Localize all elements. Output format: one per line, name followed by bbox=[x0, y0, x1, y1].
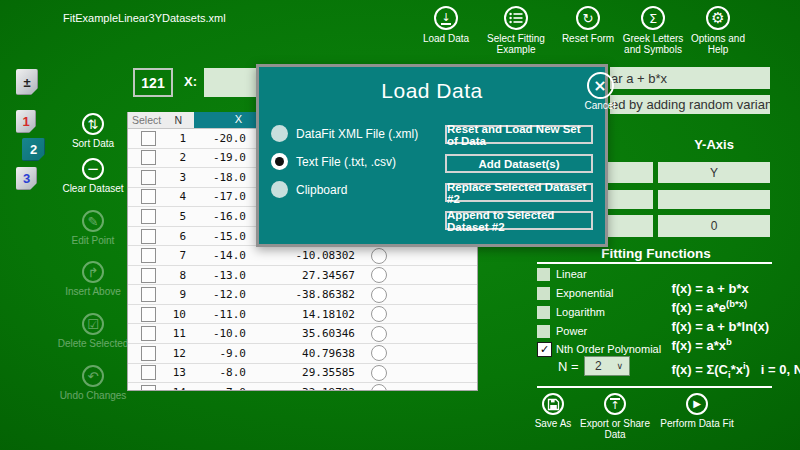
reset-and-load-button[interactable]: Reset and Load New Set of Data bbox=[445, 125, 593, 144]
exponential-label: Exponential bbox=[556, 287, 614, 299]
pencil-icon: ✎ bbox=[82, 210, 104, 232]
sort-data-button[interactable]: ⇅ Sort Data bbox=[51, 113, 135, 149]
add-datasets-button[interactable]: Add Dataset(s) bbox=[445, 154, 593, 173]
row-checkbox[interactable] bbox=[141, 326, 156, 341]
minus-icon: − bbox=[82, 158, 104, 180]
y-axis-name-field[interactable]: Y bbox=[658, 162, 770, 183]
row-checkbox[interactable] bbox=[141, 209, 156, 224]
fit-comment-input[interactable]: ed by adding random variance bbox=[610, 95, 770, 114]
clear-dataset-button[interactable]: − Clear Dataset bbox=[51, 158, 135, 194]
sort-icon: ⇅ bbox=[82, 113, 104, 135]
delete-selected-button[interactable]: ☑ Delete Selected bbox=[51, 313, 135, 349]
row-x-value: -8.0 bbox=[186, 366, 246, 379]
tab-plus-minus[interactable]: ± bbox=[16, 69, 38, 95]
export-icon: ↑ bbox=[604, 393, 626, 415]
row-radio[interactable] bbox=[355, 365, 403, 381]
polynomial-checkbox[interactable]: ✓ bbox=[537, 342, 552, 357]
save-icon bbox=[542, 393, 564, 415]
row-y-value: 29.35585 bbox=[246, 366, 355, 379]
row-checkbox[interactable] bbox=[141, 229, 156, 244]
replace-dataset-button[interactable]: Replace Selected Dataset #2 bbox=[445, 183, 593, 202]
cancel-button[interactable]: × Cancel bbox=[570, 72, 630, 111]
row-n-value: 4 bbox=[156, 190, 186, 203]
table-row[interactable]: 8 -13.0 27.34567 bbox=[128, 266, 477, 286]
radio-selected-icon bbox=[271, 153, 288, 170]
row-x-value: -11.0 bbox=[186, 308, 246, 321]
undo-icon: ↶ bbox=[82, 365, 104, 387]
row-checkbox[interactable] bbox=[141, 307, 156, 322]
row-radio[interactable] bbox=[355, 267, 403, 283]
edit-point-button[interactable]: ✎ Edit Point bbox=[51, 210, 135, 246]
row-x-value: -17.0 bbox=[186, 190, 246, 203]
row-n-value: 12 bbox=[156, 347, 186, 360]
row-radio[interactable] bbox=[355, 248, 403, 264]
row-y-value: 14.18102 bbox=[246, 308, 355, 321]
row-n-value: 9 bbox=[156, 288, 186, 301]
list-icon bbox=[504, 6, 528, 30]
row-radio[interactable] bbox=[355, 326, 403, 342]
divider bbox=[537, 262, 772, 264]
perform-data-fit-button[interactable]: ▶ Perform Data Fit bbox=[653, 393, 741, 429]
row-checkbox[interactable] bbox=[141, 131, 156, 146]
n-order-dropdown[interactable]: 2 ∨ bbox=[584, 356, 630, 376]
play-icon: ▶ bbox=[686, 393, 708, 415]
checkbox-icon: ☑ bbox=[82, 313, 104, 335]
radio-datafit-xml[interactable]: DataFit XML File (.xml) bbox=[271, 125, 418, 142]
exponential-checkbox[interactable] bbox=[537, 287, 550, 300]
x-entry-label: X: bbox=[184, 74, 197, 89]
y-axis-value-field[interactable]: 0 bbox=[658, 215, 770, 237]
options-help-button[interactable]: ⚙ Options and Help bbox=[674, 6, 762, 55]
row-checkbox[interactable] bbox=[141, 268, 156, 283]
row-radio[interactable] bbox=[355, 384, 403, 391]
table-row[interactable]: 7 -14.0 -10.08302 bbox=[128, 246, 477, 266]
row-checkbox[interactable] bbox=[141, 248, 156, 263]
row-x-value: -13.0 bbox=[186, 269, 246, 282]
append-dataset-button[interactable]: Append to Selected Dataset #2 bbox=[445, 211, 593, 230]
radio-clipboard[interactable]: Clipboard bbox=[271, 181, 347, 198]
column-header-x[interactable]: X bbox=[194, 112, 264, 128]
fitting-functions-title: Fitting Functions bbox=[540, 246, 772, 261]
fit-name-input[interactable]: ar a + b*x bbox=[610, 67, 770, 89]
row-checkbox[interactable] bbox=[141, 346, 156, 361]
linear-checkbox[interactable] bbox=[537, 268, 550, 281]
table-row[interactable]: 12 -9.0 40.79638 bbox=[128, 344, 477, 364]
row-y-value: 35.60346 bbox=[246, 327, 355, 340]
checkmark-icon: ✓ bbox=[540, 344, 549, 355]
tab-dataset-1[interactable]: 1 bbox=[16, 110, 36, 133]
row-checkbox[interactable] bbox=[141, 385, 156, 391]
undo-changes-button[interactable]: ↶ Undo Changes bbox=[51, 365, 135, 401]
row-checkbox[interactable] bbox=[141, 287, 156, 302]
row-x-value: -15.0 bbox=[186, 230, 246, 243]
row-x-value: -14.0 bbox=[186, 249, 246, 262]
row-n-value: 7 bbox=[156, 249, 186, 262]
row-radio[interactable] bbox=[355, 345, 403, 361]
row-x-value: -9.0 bbox=[186, 347, 246, 360]
row-y-value: 40.79638 bbox=[246, 347, 355, 360]
table-row[interactable]: 13 -8.0 29.35585 bbox=[128, 364, 477, 384]
radio-text-file[interactable]: Text File (.txt, .csv) bbox=[271, 153, 396, 170]
row-checkbox[interactable] bbox=[141, 150, 156, 165]
row-checkbox[interactable] bbox=[141, 170, 156, 185]
table-row[interactable]: 11 -10.0 35.60346 bbox=[128, 324, 477, 344]
tab-dataset-2[interactable]: 2 bbox=[22, 138, 45, 161]
row-checkbox[interactable] bbox=[141, 365, 156, 380]
table-row[interactable]: 14 -7.0 32.19792 bbox=[128, 383, 477, 391]
row-n-value: 10 bbox=[156, 308, 186, 321]
row-checkbox[interactable] bbox=[141, 189, 156, 204]
tab-dataset-3[interactable]: 3 bbox=[16, 167, 37, 190]
table-row[interactable]: 9 -12.0 -38.86382 bbox=[128, 285, 477, 305]
power-checkbox[interactable] bbox=[537, 325, 550, 338]
y-axis-units-field[interactable] bbox=[658, 190, 770, 209]
column-header-n: N bbox=[156, 114, 182, 126]
row-radio[interactable] bbox=[355, 287, 403, 303]
logarithm-checkbox[interactable] bbox=[537, 306, 550, 319]
export-share-button[interactable]: ↑ Export or Share Data bbox=[571, 393, 659, 440]
reset-icon: ↻ bbox=[576, 6, 600, 30]
row-radio[interactable] bbox=[355, 306, 403, 322]
table-row[interactable]: 10 -11.0 14.18102 bbox=[128, 305, 477, 325]
row-x-value: -18.0 bbox=[186, 171, 246, 184]
row-n-value: 11 bbox=[156, 327, 186, 340]
row-n-value: 14 bbox=[156, 386, 186, 391]
row-x-value: -10.0 bbox=[186, 327, 246, 340]
insert-above-button[interactable]: ↱ Insert Above bbox=[51, 261, 135, 297]
